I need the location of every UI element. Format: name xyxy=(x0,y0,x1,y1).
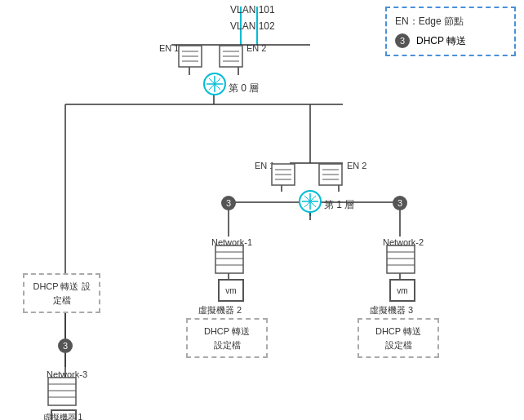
badge-network2: 3 xyxy=(393,196,407,210)
layer1-en1-switch xyxy=(271,163,297,190)
dhcp-box-2: DHCP 轉送設定檔 xyxy=(357,318,439,358)
network2-firewall xyxy=(386,245,417,278)
dhcp-box-1: DHCP 轉送設定檔 xyxy=(186,318,268,358)
svg-rect-56 xyxy=(215,245,243,273)
legend-item: 3 DHCP 轉送 xyxy=(395,33,506,48)
layer0-en2-label: EN 2 xyxy=(246,43,266,53)
layer1-en2-label: EN 2 xyxy=(347,161,366,170)
dhcp-box-0: DHCP 轉送 設定檔 xyxy=(23,273,100,313)
svg-rect-39 xyxy=(48,378,76,405)
legend-badge: 3 xyxy=(395,33,410,48)
layer1-label: 第 1 層 xyxy=(324,198,354,212)
layer0-en2-switch xyxy=(219,45,245,72)
badge-network3: 3 xyxy=(58,338,73,353)
vlan-102-label: VLAN 102 xyxy=(230,20,275,32)
vm1-label-2: 虛擬機器 1 xyxy=(34,412,91,420)
diagram: VLAN 101 VLAN 102 EN 1 EN 2 第 xyxy=(0,0,524,420)
layer1-en2-switch xyxy=(318,163,344,190)
vm3-box: vm xyxy=(389,277,415,302)
legend-item-label: DHCP 轉送 xyxy=(416,34,466,48)
legend-box: EN：Edge 節點 3 DHCP 轉送 xyxy=(385,7,516,56)
vlan-101-label: VLAN 101 xyxy=(230,4,275,15)
network1-firewall xyxy=(215,245,246,278)
svg-rect-60 xyxy=(387,245,415,273)
network3-firewall xyxy=(47,377,78,410)
layer0-en1-label: EN 1 xyxy=(159,43,179,53)
vm3-label: 虛擬機器 3 xyxy=(370,304,413,316)
layer0-router xyxy=(202,72,227,99)
layer1-router xyxy=(298,189,322,216)
vm2-box: vm xyxy=(218,277,244,302)
vm2-label: 虛擬機器 2 xyxy=(198,304,242,316)
legend-title: EN：Edge 節點 xyxy=(395,15,506,29)
layer0-label: 第 0 層 xyxy=(229,82,259,95)
badge-network1: 3 xyxy=(221,196,236,210)
layer0-en1-switch xyxy=(178,45,204,72)
